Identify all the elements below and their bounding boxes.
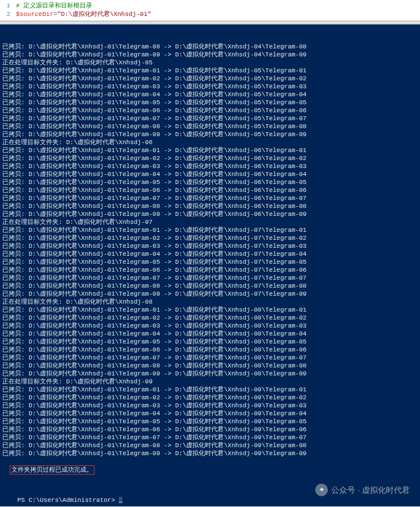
terminal-output-line: 已拷贝: D:\虚拟化时代君\Xnhsdj-01\Telegram-09 -> …	[2, 449, 418, 457]
terminal-output-line: 已拷贝: D:\虚拟化时代君\Xnhsdj-01\Telegram-08 -> …	[2, 441, 418, 449]
code-editor-pane[interactable]: 1 # 定义源目录和目标根目录 2 $sourceDir = "D:\虚拟化时代…	[0, 0, 420, 21]
terminal-output-line: 已拷贝: D:\虚拟化时代君\Xnhsdj-01\Telegram-09 -> …	[2, 370, 418, 378]
terminal-output-line: 已拷贝: D:\虚拟化时代君\Xnhsdj-01\Telegram-03 -> …	[2, 322, 418, 330]
terminal-output-line: 已拷贝: D:\虚拟化时代君\Xnhsdj-01\Telegram-01 -> …	[2, 67, 418, 75]
terminal-cursor[interactable]: _	[119, 497, 123, 504]
code-string: "D:\虚拟化时代君\Xnhsdj-01"	[57, 10, 151, 18]
terminal-output-line: 已拷贝: D:\虚拟化时代君\Xnhsdj-01\Telegram-02 -> …	[2, 394, 418, 402]
terminal-output-pane[interactable]: 已拷贝: D:\虚拟化时代君\Xnhsdj-01\Telegram-08 -> …	[0, 24, 420, 506]
terminal-output-line: 已拷贝: D:\虚拟化时代君\Xnhsdj-01\Telegram-03 -> …	[2, 242, 418, 250]
terminal-output-line: 已拷贝: D:\虚拟化时代君\Xnhsdj-01\Telegram-06 -> …	[2, 346, 418, 354]
terminal-output-line: 已拷贝: D:\虚拟化时代君\Xnhsdj-01\Telegram-06 -> …	[2, 426, 418, 434]
terminal-output-line: 已拷贝: D:\虚拟化时代君\Xnhsdj-01\Telegram-07 -> …	[2, 354, 418, 362]
terminal-output-line: 已拷贝: D:\虚拟化时代君\Xnhsdj-01\Telegram-05 -> …	[2, 338, 418, 346]
terminal-output-line: 已拷贝: D:\虚拟化时代君\Xnhsdj-01\Telegram-07 -> …	[2, 434, 418, 441]
terminal-output-line: 已拷贝: D:\虚拟化时代君\Xnhsdj-01\Telegram-01 -> …	[2, 386, 418, 394]
terminal-output-line: 已拷贝: D:\虚拟化时代君\Xnhsdj-01\Telegram-03 -> …	[2, 162, 418, 170]
terminal-output-line: 已拷贝: D:\虚拟化时代君\Xnhsdj-01\Telegram-04 -> …	[2, 330, 418, 338]
terminal-output-line: 已拷贝: D:\虚拟化时代君\Xnhsdj-01\Telegram-05 -> …	[2, 178, 418, 186]
terminal-output-line: 已拷贝: D:\虚拟化时代君\Xnhsdj-01\Telegram-02 -> …	[2, 234, 418, 242]
wechat-icon: ✦	[315, 484, 328, 496]
completion-message-highlight: 文件夹拷贝过程已成功完成。	[10, 465, 94, 475]
terminal-section-header: 正在处理目标文件夹: D:\虚拟化时代君\Xnhsdj-09	[2, 378, 418, 386]
terminal-output-line: 已拷贝: D:\虚拟化时代君\Xnhsdj-01\Telegram-01 -> …	[2, 226, 418, 234]
editor-line-1[interactable]: 1 # 定义源目录和目标根目录	[0, 1, 420, 10]
terminal-output-line: 已拷贝: D:\虚拟化时代君\Xnhsdj-01\Telegram-09 -> …	[2, 130, 418, 138]
code-operator: =	[53, 11, 57, 18]
terminal-output-line: 已拷贝: D:\虚拟化时代君\Xnhsdj-01\Telegram-05 -> …	[2, 99, 418, 107]
terminal-section-header: 正在处理目标文件夹: D:\虚拟化时代君\Xnhsdj-05	[2, 59, 418, 67]
terminal-output-line: 已拷贝: D:\虚拟化时代君\Xnhsdj-01\Telegram-06 -> …	[2, 107, 418, 115]
watermark-text: 公众号 · 虚拟化时代君	[331, 486, 410, 494]
terminal-output-line: 已拷贝: D:\虚拟化时代君\Xnhsdj-01\Telegram-07 -> …	[2, 194, 418, 202]
terminal-section-header: 正在处理目标文件夹: D:\虚拟化时代君\Xnhsdj-07	[2, 218, 418, 226]
terminal-output-line: 已拷贝: D:\虚拟化时代君\Xnhsdj-01\Telegram-06 -> …	[2, 266, 418, 274]
terminal-output-line: 已拷贝: D:\虚拟化时代君\Xnhsdj-01\Telegram-09 -> …	[2, 51, 418, 59]
terminal-section-header: 正在处理目标文件夹: D:\虚拟化时代君\Xnhsdj-08	[2, 298, 418, 306]
terminal-output-line: 已拷贝: D:\虚拟化时代君\Xnhsdj-01\Telegram-02 -> …	[2, 314, 418, 322]
terminal-output-line: 已拷贝: D:\虚拟化时代君\Xnhsdj-01\Telegram-08 -> …	[2, 362, 418, 370]
terminal-output-line: 已拷贝: D:\虚拟化时代君\Xnhsdj-01\Telegram-05 -> …	[2, 418, 418, 426]
terminal-output-line: 已拷贝: D:\虚拟化时代君\Xnhsdj-01\Telegram-04 -> …	[2, 170, 418, 178]
terminal-output-line: 已拷贝: D:\虚拟化时代君\Xnhsdj-01\Telegram-08 -> …	[2, 43, 418, 51]
terminal-output-line: 已拷贝: D:\虚拟化时代君\Xnhsdj-01\Telegram-06 -> …	[2, 186, 418, 194]
terminal-output-lines: 已拷贝: D:\虚拟化时代君\Xnhsdj-01\Telegram-08 -> …	[2, 43, 418, 457]
watermark: ✦ 公众号 · 虚拟化时代君	[315, 484, 410, 496]
terminal-output-line: 已拷贝: D:\虚拟化时代君\Xnhsdj-01\Telegram-07 -> …	[2, 274, 418, 282]
terminal-output-line: 已拷贝: D:\虚拟化时代君\Xnhsdj-01\Telegram-07 -> …	[2, 115, 418, 122]
terminal-output-line: 已拷贝: D:\虚拟化时代君\Xnhsdj-01\Telegram-08 -> …	[2, 282, 418, 290]
terminal-output-line: 已拷贝: D:\虚拟化时代君\Xnhsdj-01\Telegram-04 -> …	[2, 250, 418, 258]
terminal-section-header: 正在处理目标文件夹: D:\虚拟化时代君\Xnhsdj-06	[2, 138, 418, 146]
terminal-output-line: 已拷贝: D:\虚拟化时代君\Xnhsdj-01\Telegram-01 -> …	[2, 306, 418, 314]
terminal-output-line: 已拷贝: D:\虚拟化时代君\Xnhsdj-01\Telegram-02 -> …	[2, 75, 418, 83]
terminal-output-line: 已拷贝: D:\虚拟化时代君\Xnhsdj-01\Telegram-08 -> …	[2, 122, 418, 130]
terminal-output-line: 已拷贝: D:\虚拟化时代君\Xnhsdj-01\Telegram-04 -> …	[2, 410, 418, 418]
terminal-output-line: 已拷贝: D:\虚拟化时代君\Xnhsdj-01\Telegram-09 -> …	[2, 290, 418, 298]
terminal-output-line: 已拷贝: D:\虚拟化时代君\Xnhsdj-01\Telegram-04 -> …	[2, 91, 418, 99]
line-number: 1	[0, 2, 16, 9]
code-comment: # 定义源目录和目标根目录	[16, 1, 92, 10]
powershell-prompt: PS C:\Users\Administrator>	[17, 497, 118, 504]
terminal-output-line: 已拷贝: D:\虚拟化时代君\Xnhsdj-01\Telegram-09 -> …	[2, 210, 418, 218]
terminal-output-line: 已拷贝: D:\虚拟化时代君\Xnhsdj-01\Telegram-03 -> …	[2, 83, 418, 91]
terminal-output-line: 已拷贝: D:\虚拟化时代君\Xnhsdj-01\Telegram-01 -> …	[2, 146, 418, 154]
terminal-output-line: 已拷贝: D:\虚拟化时代君\Xnhsdj-01\Telegram-03 -> …	[2, 402, 418, 410]
terminal-output-line: 已拷贝: D:\虚拟化时代君\Xnhsdj-01\Telegram-08 -> …	[2, 202, 418, 210]
code-variable: $sourceDir	[16, 11, 53, 18]
terminal-output-line: 已拷贝: D:\虚拟化时代君\Xnhsdj-01\Telegram-02 -> …	[2, 154, 418, 162]
editor-line-2[interactable]: 2 $sourceDir = "D:\虚拟化时代君\Xnhsdj-01"	[0, 10, 420, 18]
line-number: 2	[0, 11, 16, 18]
terminal-output-line: 已拷贝: D:\虚拟化时代君\Xnhsdj-01\Telegram-05 -> …	[2, 258, 418, 266]
